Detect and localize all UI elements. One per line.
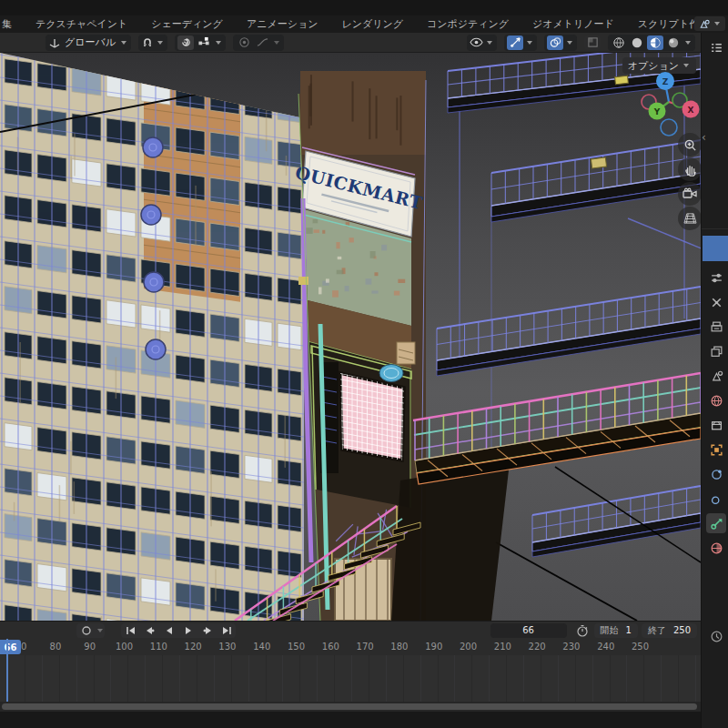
overlays-group[interactable]: [544, 35, 577, 51]
chevron-down-icon: [714, 22, 720, 25]
play-button[interactable]: [178, 623, 197, 638]
physics-tab[interactable]: [706, 489, 726, 509]
chevron-down-icon: [121, 41, 126, 45]
wireframe-sphere-icon: [612, 36, 625, 49]
shading-solid-button[interactable]: [629, 35, 645, 50]
timeline-tracks[interactable]: [0, 655, 701, 702]
camera-icon: [682, 187, 697, 200]
chevron-down-icon: [97, 629, 103, 632]
snapping-dropdown[interactable]: [138, 35, 167, 51]
shading-material-button[interactable]: [647, 35, 663, 50]
workspace-tab-7[interactable]: ジオメトリノード: [521, 17, 626, 31]
ruler-tick: 150: [288, 642, 305, 652]
solid-sphere-icon: [631, 36, 643, 49]
modifiers-tab[interactable]: [706, 513, 726, 533]
timeline-scrollbar[interactable]: [0, 702, 701, 712]
proportional-connected-toggle[interactable]: [196, 35, 212, 50]
svg-text:Y: Y: [653, 107, 661, 116]
perspective-toggle-button[interactable]: [678, 207, 701, 230]
proportional-editing-toggle[interactable]: [177, 35, 194, 50]
transform-orientation-dropdown[interactable]: グローバル: [46, 35, 131, 51]
timeline-header: 66 開始 1 終了 250: [0, 621, 701, 639]
camera-view-button[interactable]: [678, 182, 701, 206]
scrollbar-thumb[interactable]: [2, 703, 697, 710]
shading-wireframe-button[interactable]: [611, 35, 627, 50]
falloff-curve-icon: [254, 35, 270, 50]
auto-keying-toggle[interactable]: [76, 623, 96, 638]
playhead[interactable]: [6, 639, 8, 702]
show-overlays-toggle[interactable]: [547, 35, 563, 50]
spiral-icon: [180, 36, 192, 48]
ruler-tick: 180: [390, 642, 408, 652]
visibility-dropdown[interactable]: [467, 35, 497, 51]
falloff-group[interactable]: [233, 35, 284, 51]
ruler-tick: 110: [150, 642, 167, 652]
workspace-tab-1[interactable]: 集: [0, 17, 24, 31]
editor-type-highlight[interactable]: [703, 236, 728, 261]
ruler-tick: 250: [632, 642, 649, 652]
pan-button[interactable]: [678, 157, 701, 181]
workspace-tab-3[interactable]: シェーディング: [139, 17, 235, 31]
object-tab[interactable]: [706, 440, 726, 460]
topbar: [0, 0, 728, 15]
scene-icon: [698, 18, 711, 30]
ruler-tick: 140: [253, 642, 270, 652]
stopwatch-icon: [576, 624, 589, 637]
ruler-tick: 100: [116, 642, 133, 652]
workspace-tab-6[interactable]: コンポジティング: [415, 17, 521, 31]
show-gizmos-toggle[interactable]: [507, 35, 523, 50]
collection-tab[interactable]: [706, 415, 726, 435]
outliner-icon[interactable]: [706, 37, 726, 57]
tool-tab[interactable]: [706, 292, 726, 312]
ruler-tick: 160: [322, 642, 339, 652]
frame-start-field[interactable]: 開始 1: [594, 623, 638, 638]
magnet-icon: [141, 36, 154, 49]
jump-to-end-button[interactable]: [217, 623, 236, 638]
navigation-gizmo[interactable]: ZXY: [632, 67, 701, 142]
zoom-button[interactable]: [678, 133, 701, 157]
rendered-sphere-icon: [667, 36, 680, 49]
overlays-icon: [550, 36, 561, 48]
keying-group[interactable]: [76, 623, 105, 638]
workspace-tab-2[interactable]: テクスチャペイント: [24, 17, 139, 31]
hand-icon: [683, 163, 697, 177]
ruler-tick: 130: [218, 642, 236, 652]
shading-rendered-button[interactable]: [665, 35, 682, 50]
end-value: 250: [673, 625, 691, 635]
workspace-tab-5[interactable]: レンダリング: [329, 17, 415, 31]
properties-icon[interactable]: [706, 268, 726, 288]
workspace-tab-4[interactable]: アニメーション: [235, 17, 330, 31]
blender-window: 集テクスチャペイントシェーディングアニメーションレンダリングコンポジティングジオ…: [0, 0, 728, 728]
xray-toggle[interactable]: [584, 35, 601, 50]
chevron-down-icon: [487, 41, 492, 45]
record-circle-icon: [81, 625, 92, 636]
output-tab[interactable]: [706, 317, 726, 337]
timeline-editor-icon[interactable]: [706, 626, 726, 646]
world-tab[interactable]: [706, 390, 726, 410]
current-frame-badge[interactable]: 66: [0, 640, 21, 654]
xray-icon: [587, 36, 599, 48]
frame-end-field[interactable]: 終了 250: [642, 623, 697, 638]
scene-tab[interactable]: [706, 366, 726, 386]
ruler-tick: 90: [84, 642, 96, 652]
current-frame-field[interactable]: 66: [490, 623, 567, 638]
collapse-region-arrow[interactable]: ‹: [702, 131, 706, 144]
proportional-editing-group[interactable]: [175, 35, 226, 51]
gizmos-group[interactable]: [504, 35, 537, 51]
status-bar: [0, 712, 701, 728]
material-tab[interactable]: [706, 538, 726, 558]
region-divider: [702, 228, 728, 229]
workspace-tabs: 集テクスチャペイントシェーディングアニメーションレンダリングコンポジティングジオ…: [0, 15, 728, 34]
view-layer-tab[interactable]: [706, 341, 726, 361]
scene-selector[interactable]: [694, 16, 725, 31]
next-keyframe-button[interactable]: [197, 623, 217, 638]
3d-viewport[interactable]: QUICKMART オプション ZXY: [0, 53, 701, 621]
timeline-ruler[interactable]: 7080901001101201301401501601701801902002…: [0, 639, 701, 655]
jump-to-start-button[interactable]: [121, 623, 140, 638]
ruler-tick: 190: [425, 642, 442, 652]
chevron-down-icon: [527, 41, 532, 45]
play-reverse-button[interactable]: [159, 623, 178, 638]
constraints-tab[interactable]: [706, 464, 726, 484]
chevron-down-icon: [685, 41, 691, 45]
prev-keyframe-button[interactable]: [140, 623, 159, 638]
